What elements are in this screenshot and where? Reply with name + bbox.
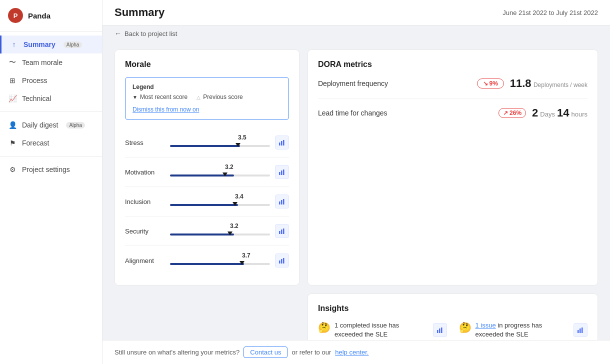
summary-badge: Alpha — [64, 42, 82, 48]
morale-chart-icon[interactable] — [275, 224, 289, 238]
chart-line-icon: 📈 — [8, 94, 17, 103]
back-label: Back to project list — [124, 30, 178, 38]
footer-refer-text: or refer to our — [292, 348, 331, 356]
sidebar-label-forecast: Forecast — [22, 139, 49, 147]
legend-most-recent-label: Most recent score — [140, 94, 188, 100]
legend-items: ▼ Most recent score △ Previous score — [132, 94, 282, 100]
sidebar-nav: ↑ Summary Alpha 〜 Team morale ⊞ Process … — [0, 32, 102, 364]
page-title: Summary — [114, 6, 164, 19]
svg-rect-10 — [281, 230, 282, 234]
insight-row: 🤔 1 completed issue has exceeded the SLE — [318, 321, 447, 339]
person-icon: 👤 — [8, 120, 17, 130]
app-name: Panda — [28, 12, 50, 20]
sidebar-item-project-settings[interactable]: ⚙ Project settings — [0, 160, 102, 178]
morale-indicator — [236, 143, 240, 147]
morale-row: Inclusion 3.4 — [125, 187, 289, 216]
morale-indicator — [240, 261, 244, 265]
svg-rect-2 — [283, 140, 284, 146]
sidebar-item-forecast[interactable]: ⚑ Forecast — [0, 134, 102, 152]
insight-chart-icon[interactable] — [433, 323, 447, 337]
dora-number-deployment: 11.8 — [510, 77, 532, 90]
morale-chart-icon[interactable] — [275, 136, 289, 150]
svg-rect-5 — [283, 170, 284, 175]
morale-row: Motivation 3.2 — [125, 158, 289, 187]
daily-digest-badge: Alpha — [66, 122, 85, 128]
legend-previous-label: Previous score — [203, 94, 242, 100]
legend-most-recent: ▼ Most recent score — [132, 94, 188, 100]
wave-icon: 〜 — [8, 58, 17, 67]
triangle-outline-icon: △ — [196, 94, 200, 100]
gear-icon: ⚙ — [8, 165, 17, 174]
sidebar-label-project-settings: Project settings — [22, 166, 70, 174]
morale-bar-area: 3.5 — [170, 135, 270, 150]
sidebar-label-team-morale: Team morale — [22, 58, 62, 66]
morale-chart-icon[interactable] — [275, 194, 289, 208]
morale-bar-area: 3.4 — [170, 194, 270, 209]
insight-chart-icon[interactable] — [574, 323, 588, 337]
morale-bar-area: 3.2 — [170, 224, 270, 238]
sidebar: P Panda ↑ Summary Alpha 〜 Team morale ⊞ … — [0, 0, 102, 364]
insights-title: Insights — [318, 304, 588, 313]
dismiss-link[interactable]: Dismiss this from now on — [132, 106, 199, 113]
sidebar-item-summary[interactable]: ↑ Summary Alpha — [0, 36, 102, 54]
flag-icon: ⚑ — [8, 138, 17, 148]
morale-bar-fill — [170, 145, 240, 147]
morale-bar-fill — [170, 204, 238, 206]
morale-bar-track — [170, 174, 270, 176]
sidebar-item-daily-digest[interactable]: 👤 Daily digest Alpha — [0, 116, 102, 134]
legend-title: Legend — [132, 84, 282, 90]
contact-us-button[interactable]: Contact us — [244, 346, 288, 358]
back-link[interactable]: ← Back to project list — [102, 26, 610, 42]
main-header: Summary June 21st 2022 to July 21st 2022 — [102, 0, 610, 26]
sidebar-item-process[interactable]: ⊞ Process — [0, 72, 102, 90]
legend-box: Legend ▼ Most recent score △ Previous sc… — [125, 77, 289, 120]
dora-metric-deployment: Deployment frequency — [318, 80, 388, 88]
badge-value-deployment: 9% — [490, 80, 498, 87]
sidebar-label-summary: Summary — [24, 40, 56, 48]
morale-chart-icon[interactable] — [275, 165, 289, 179]
morale-row: Alignment 3.7 — [125, 246, 289, 275]
insights-row: Insights 🤔 1 completed issue has exceede… — [114, 294, 598, 340]
arrow-up-icon: ↑ — [10, 40, 18, 49]
insight-emoji: 🤔 — [459, 322, 472, 334]
insight-text: 1 completed issue has exceeded the SLE — [334, 321, 429, 339]
legend-previous: △ Previous score — [196, 94, 242, 100]
days-label: Days — [540, 110, 555, 118]
back-arrow-icon: ← — [114, 30, 122, 38]
svg-rect-12 — [279, 260, 280, 264]
morale-chart-icon[interactable] — [275, 254, 289, 268]
morale-score-label: 3.4 — [235, 193, 244, 200]
badge-arrow-leadtime: ↗ — [503, 110, 508, 116]
hours-label: hours — [571, 110, 588, 118]
svg-rect-6 — [279, 202, 280, 204]
svg-rect-18 — [578, 330, 579, 333]
morale-row-label: Security — [125, 228, 165, 235]
morale-bar-area: 3.2 — [170, 164, 270, 180]
svg-rect-17 — [441, 328, 442, 333]
grid-icon: ⊞ — [8, 76, 17, 85]
dora-metric-leadtime: Lead time for changes — [318, 109, 388, 117]
morale-bar-track — [170, 263, 270, 265]
morale-rows: Stress 3.5 Motivation 3.2 — [125, 128, 289, 275]
sidebar-item-technical[interactable]: 📈 Technical — [0, 90, 102, 108]
badge-arrow-deployment: ↘ — [483, 80, 488, 87]
svg-rect-9 — [279, 231, 280, 234]
help-center-link[interactable]: help center. — [335, 348, 368, 356]
svg-rect-15 — [437, 330, 438, 333]
footer-text: Still unsure on what's altering your met… — [114, 348, 240, 356]
morale-bar-track — [170, 234, 270, 236]
dora-days-display: 2 Days 14 hours — [532, 106, 588, 120]
dora-divider — [318, 98, 588, 98]
sidebar-item-team-morale[interactable]: 〜 Team morale — [0, 54, 102, 72]
svg-rect-8 — [283, 199, 284, 204]
morale-row-label: Stress — [125, 139, 165, 146]
badge-value-leadtime: 26% — [510, 110, 522, 116]
insight-link[interactable]: 1 issue — [476, 322, 496, 329]
dora-row-deployment: Deployment frequency ↘ 9% 11.8 Deploymen… — [318, 77, 588, 90]
morale-score-label: 3.7 — [242, 252, 250, 259]
svg-rect-13 — [281, 259, 282, 264]
insight-row: 🤔 1 issue in progress has exceeded the S… — [459, 321, 588, 339]
insight-text: 1 issue in progress has exceeded the SLE — [476, 321, 570, 339]
svg-rect-14 — [283, 258, 284, 264]
morale-row: Security 3.2 — [125, 216, 289, 246]
